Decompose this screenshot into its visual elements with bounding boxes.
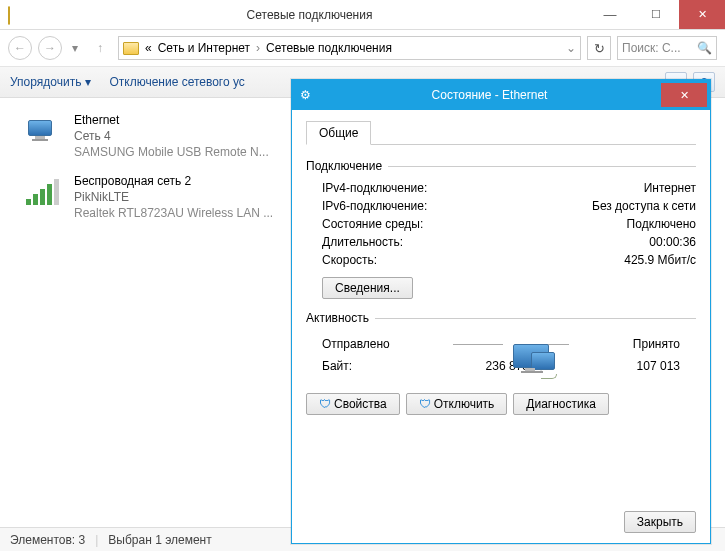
ethernet-icon xyxy=(20,112,64,152)
speed-label: Скорость: xyxy=(322,253,377,267)
dialog-titlebar[interactable]: ⚙ Состояние - Ethernet ✕ xyxy=(292,80,710,110)
minimize-button[interactable] xyxy=(587,0,633,29)
dialog-action-row: 🛡Свойства 🛡Отключить Диагностика xyxy=(306,387,696,419)
ipv6-value: Без доступа к сети xyxy=(592,199,696,213)
breadcrumb-separator: › xyxy=(256,41,260,55)
refresh-button[interactable]: ↻ xyxy=(587,36,611,60)
shield-icon: 🛡 xyxy=(319,397,331,411)
bytes-sent-value: 236 878 xyxy=(402,359,529,373)
ipv6-label: IPv6-подключение: xyxy=(322,199,427,213)
duration-value: 00:00:36 xyxy=(649,235,696,249)
connection-item-wifi[interactable]: Беспроводная сеть 2 PikNikLTE Realtek RT… xyxy=(16,167,296,228)
dialog-close-button[interactable]: ✕ xyxy=(661,83,707,107)
tab-general[interactable]: Общие xyxy=(306,121,371,145)
dialog-tabstrip: Общие xyxy=(306,120,696,145)
group-activity: Активность Отправлено Принято Байт: 236 … xyxy=(306,311,696,375)
navigation-bar: ← → ▾ ↑ « Сеть и Интернет › Сетевые подк… xyxy=(0,30,725,66)
window-title: Сетевые подключения xyxy=(32,8,587,22)
disable-device-button[interactable]: Отключение сетевого ус xyxy=(109,75,244,89)
bytes-received-value: 107 013 xyxy=(553,359,680,373)
search-placeholder: Поиск: С... xyxy=(622,41,681,55)
duration-label: Длительность: xyxy=(322,235,403,249)
ipv4-value: Интернет xyxy=(644,181,696,195)
close-dialog-button[interactable]: Закрыть xyxy=(624,511,696,533)
address-dropdown-icon[interactable]: ⌄ xyxy=(566,41,576,55)
media-state-value: Подключено xyxy=(627,217,696,231)
connection-name: Беспроводная сеть 2 xyxy=(74,173,273,189)
organize-menu[interactable]: Упорядочить ▾ xyxy=(10,75,91,89)
address-bar[interactable]: « Сеть и Интернет › Сетевые подключения … xyxy=(118,36,581,60)
breadcrumb[interactable]: Сеть и Интернет xyxy=(158,41,250,55)
received-label: Принято xyxy=(633,337,680,351)
search-input[interactable]: Поиск: С... 🔍 xyxy=(617,36,717,60)
address-prefix: « xyxy=(145,41,152,55)
properties-button[interactable]: 🛡Свойства xyxy=(306,393,400,415)
window-titlebar: Сетевые подключения xyxy=(0,0,725,30)
folder-icon xyxy=(123,42,139,55)
status-dialog: ⚙ Состояние - Ethernet ✕ Общие Подключен… xyxy=(291,79,711,544)
connection-item-ethernet[interactable]: Ethernet Сеть 4 SAMSUNG Mobile USB Remot… xyxy=(16,106,296,167)
disable-button[interactable]: 🛡Отключить xyxy=(406,393,508,415)
details-button[interactable]: Сведения... xyxy=(322,277,413,299)
connection-adapter: Realtek RTL8723AU Wireless LAN ... xyxy=(74,205,273,221)
group-connection: Подключение IPv4-подключение:Интернет IP… xyxy=(306,159,696,299)
history-dropdown[interactable]: ▾ xyxy=(68,36,82,60)
maximize-button[interactable] xyxy=(633,0,679,29)
ipv4-label: IPv4-подключение: xyxy=(322,181,427,195)
breadcrumb[interactable]: Сетевые подключения xyxy=(266,41,392,55)
bytes-label: Байт: xyxy=(322,359,402,373)
connection-network: Сеть 4 xyxy=(74,128,269,144)
connection-name: Ethernet xyxy=(74,112,269,128)
search-icon: 🔍 xyxy=(697,41,712,55)
forward-button[interactable]: → xyxy=(38,36,62,60)
shield-icon: 🛡 xyxy=(419,397,431,411)
close-button[interactable] xyxy=(679,0,725,29)
connection-adapter: SAMSUNG Mobile USB Remote N... xyxy=(74,144,269,160)
up-button[interactable]: ↑ xyxy=(88,36,112,60)
dialog-icon: ⚙ xyxy=(292,88,318,102)
sent-label: Отправлено xyxy=(322,337,390,351)
speed-value: 425.9 Мбит/с xyxy=(624,253,696,267)
chevron-down-icon: ▾ xyxy=(85,75,91,89)
dialog-title: Состояние - Ethernet xyxy=(318,88,661,102)
status-selected-count: Выбран 1 элемент xyxy=(108,533,211,547)
status-item-count: Элементов: 3 xyxy=(10,533,85,547)
wifi-icon xyxy=(20,173,64,213)
connection-network: PikNikLTE xyxy=(74,189,273,205)
diagnose-button[interactable]: Диагностика xyxy=(513,393,609,415)
back-button[interactable]: ← xyxy=(8,36,32,60)
app-icon xyxy=(8,7,24,23)
media-state-label: Состояние среды: xyxy=(322,217,423,231)
